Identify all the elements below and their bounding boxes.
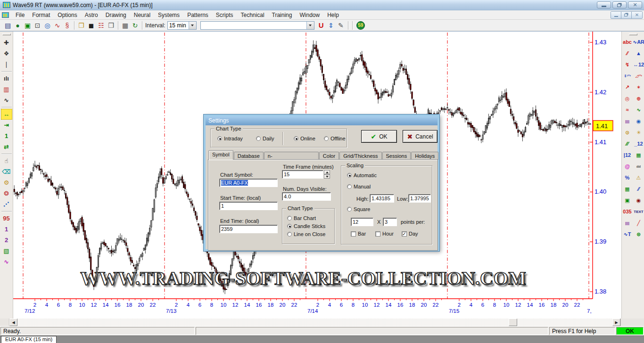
crosshair-icon[interactable]: ✚ (1, 37, 12, 48)
rect-spiral-icon[interactable]: ▣ (622, 196, 633, 205)
elliott-icon[interactable]: ∿ (633, 105, 644, 114)
signal-icon[interactable]: ılıl (633, 162, 644, 171)
restore-button[interactable] (612, 1, 627, 8)
save-icon[interactable]: ◼ (86, 21, 96, 30)
diag-lines-icon[interactable]: ⁄⁄ (633, 184, 644, 194)
hand-doc-icon[interactable]: ✎ (336, 21, 346, 30)
alert-icon[interactable]: ⚠ (633, 173, 644, 182)
trendline-icon[interactable]: ╱ (633, 218, 644, 228)
pan-icon[interactable]: ❖ (1, 48, 12, 59)
measure12-icon[interactable]: _12 (633, 139, 644, 148)
new-chart-icon[interactable]: ▤ (3, 21, 13, 30)
globe-search-icon[interactable]: ⊛ (633, 229, 644, 239)
chart-symbol-input[interactable]: EUR A0-FX (219, 179, 278, 187)
bar12-icon[interactable]: |12 (622, 150, 633, 160)
radio-square[interactable]: Square (347, 206, 370, 212)
close-button[interactable]: ✕ (628, 1, 642, 8)
wave59-logo[interactable]: 59 (356, 21, 365, 30)
step1-icon[interactable]: 1 (1, 131, 12, 141)
cancel-button[interactable]: ✖Cancel (403, 130, 438, 143)
time-frame-spinner[interactable] (324, 170, 330, 179)
mdi-minimize-button[interactable] (611, 12, 621, 18)
tab-holidays[interactable]: Holidays (411, 152, 438, 160)
radio-bar-chart[interactable]: Bar Chart (287, 215, 316, 221)
tab-database[interactable]: Database (234, 152, 264, 160)
tab-color[interactable]: Color (319, 152, 339, 160)
ruler12-icon[interactable]: ↔12 (633, 60, 644, 69)
text-tool-icon[interactable]: TEXT (633, 207, 644, 216)
nine-five-icon[interactable]: 95 (1, 213, 12, 224)
trend-arrow-icon[interactable]: ↗ (622, 82, 633, 92)
menu-window[interactable]: Window (296, 11, 323, 19)
dashline-icon[interactable]: ⋰ (1, 199, 12, 210)
menu-drawing[interactable]: Drawing (102, 11, 130, 19)
astro-icon[interactable]: ◎ (42, 21, 52, 30)
regression-icon[interactable]: ∿AR (633, 37, 644, 47)
spinner-up-button[interactable] (324, 170, 330, 174)
spiral-circle-icon[interactable]: ◎ (622, 94, 633, 103)
vlines-icon[interactable]: |||| (622, 218, 633, 228)
compress-icon[interactable]: ⇥ (1, 120, 12, 131)
vline-icon[interactable]: ❘ (1, 59, 12, 70)
chart-window-tab[interactable]: EUR A0-FX (15 min) (1, 336, 57, 343)
settings-dialog[interactable]: Settings Chart Type IntradayDailyOnlineO… (204, 114, 439, 251)
radio-manual[interactable]: Manual (347, 184, 371, 189)
angle123-icon[interactable]: ◿¹²³ (633, 71, 644, 81)
dialog-title[interactable]: Settings (206, 116, 438, 125)
ray-fan-icon[interactable]: ⁄⁄⁄ (622, 139, 633, 148)
tab-symbol[interactable]: Symbol (208, 150, 233, 160)
high-input[interactable]: 1.43185 (370, 194, 394, 203)
text-abc-icon[interactable]: abc (622, 37, 633, 47)
interval-dropdown-button[interactable] (189, 22, 196, 29)
scroll-right-button[interactable]: ▶ (612, 318, 620, 326)
tools-icon[interactable]: ⚙ (1, 177, 12, 188)
minimize-button[interactable] (597, 1, 611, 8)
menu-file[interactable]: File (12, 11, 28, 19)
hatch-icon[interactable]: ⁄⁄ (622, 49, 633, 58)
radio-candle-sticks[interactable]: Candle Sticks (287, 223, 325, 229)
square-height-input[interactable]: 3 (383, 218, 397, 226)
toolbar-grip[interactable] (2, 33, 11, 35)
time-frame-input[interactable]: 15 (282, 170, 323, 179)
abc035-icon[interactable]: 035 (622, 207, 633, 216)
overlay-icon[interactable]: ▧ (1, 245, 12, 256)
zigzagT-icon[interactable]: ∿T (622, 229, 633, 239)
magnet-icon[interactable]: U (316, 21, 326, 30)
range123-icon[interactable]: ⇕¹²³ (622, 71, 633, 81)
chart-pane[interactable]: 1.431.421.411.401.391.382468101214161820… (13, 32, 621, 318)
menu-systems[interactable]: Systems (154, 11, 183, 19)
menu-technical[interactable]: Technical (237, 11, 268, 19)
neural-icon[interactable]: ∿ (52, 21, 62, 30)
checkbox-day[interactable]: ✓Day (402, 231, 418, 237)
toolbar-grip[interactable] (629, 33, 637, 35)
mdi-restore-button[interactable] (621, 12, 632, 18)
mdi-close-button[interactable]: ✕ (632, 12, 642, 18)
tab-n-day-weekly-monthly[interactable]: n-Day/Weekly/Monthly (264, 152, 319, 160)
mdi-child-icon[interactable] (2, 12, 9, 18)
cycle-icon[interactable]: ∿ (1, 256, 12, 267)
converge-icon[interactable]: ⇄ (1, 141, 12, 152)
pitch-lines-icon[interactable]: |||| (622, 116, 633, 126)
low-input[interactable]: 1.37995 (408, 194, 431, 203)
num-days-input[interactable]: 4.0 (282, 192, 331, 201)
candles-icon[interactable]: ▥ (1, 84, 12, 95)
menu-format[interactable]: Format (28, 11, 54, 19)
grid-icon[interactable]: ▦ (622, 184, 633, 194)
spiral2-icon[interactable]: @ (622, 162, 633, 171)
zigzag-arrow-icon[interactable]: ↯ (622, 60, 633, 69)
horizontal-scrollbar[interactable]: ◀ ▶ (0, 318, 644, 326)
target-icon[interactable]: ◉ (633, 116, 644, 126)
menu-help[interactable]: Help (323, 11, 343, 19)
circle-box-icon[interactable]: ◉ (633, 196, 644, 205)
select-icon[interactable]: ☝ (1, 155, 12, 166)
monitor-icon[interactable]: ⊡ (33, 21, 42, 30)
scroll-left-button[interactable]: ◀ (9, 318, 17, 326)
scrollbar-thumb[interactable] (509, 318, 517, 326)
tab-sessions[interactable]: Sessions (382, 152, 411, 160)
tab-grid-thickness[interactable]: Grid/Thickness (339, 152, 381, 160)
menu-patterns[interactable]: Patterns (183, 11, 212, 19)
car-icon[interactable]: ❂ (1, 188, 12, 199)
percent-icon[interactable]: % (622, 173, 633, 182)
radio-line-on-close[interactable]: Line on Close (287, 231, 325, 237)
menu-astro[interactable]: Astro (81, 11, 102, 19)
